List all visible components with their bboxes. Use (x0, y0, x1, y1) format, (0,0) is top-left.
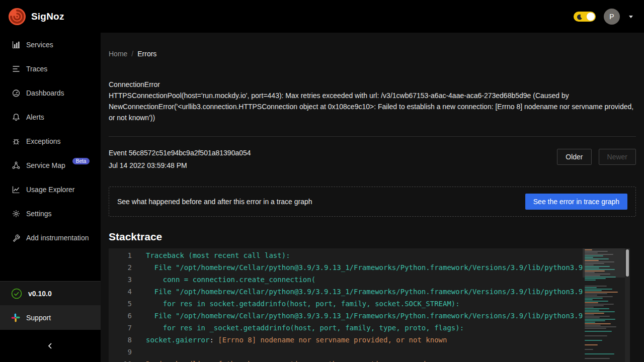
bell-icon (12, 113, 20, 121)
sidebar-item-label: Traces (26, 65, 47, 73)
line-number: 1 (109, 249, 140, 261)
event-nav-buttons: Older Newer (557, 149, 636, 165)
sidebar-item-traces[interactable]: Traces (0, 57, 101, 81)
sidebar-item-usage-explorer[interactable]: Usage Explorer (0, 177, 101, 202)
sidebar-item-label: Alerts (26, 113, 44, 121)
sidebar-item-exceptions[interactable]: Exceptions (0, 129, 101, 153)
stack-line: 2 File "/opt/homebrew/Cellar/python@3.9/… (109, 261, 630, 274)
sidebar-item-label: Settings (26, 210, 52, 218)
event-meta: Event 56c8572c51e94bc9a2f501a81390a054 J… (109, 149, 251, 170)
caret-down-icon[interactable] (628, 14, 634, 20)
gear-icon (12, 210, 20, 218)
stack-line: 10During handling of the above exception… (109, 358, 630, 362)
slack-icon (11, 313, 20, 322)
line-number: 2 (109, 261, 140, 274)
line-text: conn = connection.create_connection( (140, 274, 630, 286)
older-button[interactable]: Older (557, 149, 591, 165)
stack-line: 8socket.gaierror: [Errno 8] nodename nor… (109, 334, 630, 346)
event-row: Event 56c8572c51e94bc9a2f501a81390a054 J… (109, 149, 636, 170)
sidebar-collapse[interactable] (0, 330, 101, 362)
sidebar-item-label: Exceptions (26, 137, 60, 145)
stack-line: 3 conn = connection.create_connection( (109, 274, 630, 286)
see-error-in-trace-graph-button[interactable]: See the error in trace graph (525, 194, 627, 210)
error-message: HTTPSConnectionPool(host='run.mockdy.io'… (109, 90, 636, 123)
breadcrumb-home[interactable]: Home (109, 50, 127, 58)
main-content: Home/Errors ConnectionError HTTPSConnect… (101, 33, 644, 362)
event-timestamp: Jul 14 2022 03:59:48 PM (109, 161, 251, 170)
sidebar-item-label: Service Map (26, 161, 65, 169)
sidebar-item-alerts[interactable]: Alerts (0, 105, 101, 129)
stack-line: 9 (109, 346, 630, 358)
stacktrace-code-block: 1Traceback (most recent call last):2 Fil… (109, 248, 630, 362)
line-text: for res in _socket.getaddrinfo(host, por… (140, 322, 630, 334)
line-text: Traceback (most recent call last): (140, 249, 630, 261)
stacktrace-heading: Stacktrace (109, 231, 636, 243)
version-label: v0.10.0 (28, 290, 52, 298)
sidebar-item-label: Add instrumentation (26, 234, 89, 242)
header-right: P (574, 9, 634, 25)
breadcrumb-current: Errors (137, 50, 156, 58)
divider (109, 136, 636, 137)
stack-line: 6 File "/opt/homebrew/Cellar/python@3.9/… (109, 310, 630, 322)
code-scrollbar-thumb[interactable] (626, 249, 629, 277)
line-text: During handling of the above exception, … (140, 358, 630, 362)
event-id: Event 56c8572c51e94bc9a2f501a81390a054 (109, 149, 251, 157)
sidebar-nav: ServicesTracesDashboardsAlertsExceptions… (0, 33, 101, 250)
sidebar-item-settings[interactable]: Settings (0, 202, 101, 226)
line-number: 8 (109, 334, 140, 346)
trace-graph-banner: See what happened before and after this … (109, 187, 636, 217)
tool-icon (12, 234, 20, 242)
line-chart-icon (12, 186, 20, 194)
bar-chart-icon (12, 41, 20, 49)
stack-line: 1Traceback (most recent call last): (109, 249, 630, 261)
line-number: 10 (109, 358, 140, 362)
sidebar-item-support[interactable]: Support (0, 305, 101, 330)
code-lines: 1Traceback (most recent call last):2 Fil… (109, 248, 630, 362)
stack-line: 7 for res in _socket.getaddrinfo(host, p… (109, 322, 630, 334)
stack-line: 5 for res in socket.getaddrinfo(host, po… (109, 298, 630, 310)
sidebar-item-label: Services (26, 41, 53, 49)
sidebar-item-dashboards[interactable]: Dashboards (0, 81, 101, 105)
code-scrollbar[interactable] (625, 248, 630, 362)
sidebar-item-add-instrumentation[interactable]: Add instrumentation (0, 226, 101, 250)
line-number: 3 (109, 274, 140, 286)
sidebar-item-services[interactable]: Services (0, 33, 101, 57)
support-label: Support (26, 314, 51, 322)
sidebar-item-service-map[interactable]: Service MapBeta (0, 153, 101, 177)
newer-button[interactable]: Newer (599, 149, 636, 165)
breadcrumb-separator: / (127, 50, 137, 58)
line-number: 5 (109, 298, 140, 310)
signoz-logo (8, 8, 26, 26)
code-minimap[interactable] (583, 248, 625, 362)
sidebar: ServicesTracesDashboardsAlertsExceptions… (0, 33, 101, 362)
brand[interactable]: SigNoz (8, 8, 64, 26)
error-type: ConnectionError (109, 79, 636, 90)
sidebar-item-label: Usage Explorer (26, 186, 75, 194)
beta-badge: Beta (72, 158, 90, 164)
app-name: SigNoz (31, 11, 64, 22)
sidebar-item-label: Dashboards (26, 89, 64, 97)
trace-banner-text: See what happened before and after this … (117, 198, 312, 206)
check-circle-icon (11, 288, 22, 299)
toggle-knob (587, 13, 595, 21)
line-text: File "/opt/homebrew/Cellar/python@3.9/3.… (140, 286, 630, 298)
node-graph-icon (12, 161, 20, 169)
avatar-initial: P (609, 13, 614, 21)
avatar[interactable]: P (604, 9, 620, 25)
theme-toggle[interactable] (574, 12, 596, 22)
breadcrumb: Home/Errors (109, 50, 636, 58)
line-text: File "/opt/homebrew/Cellar/python@3.9/3.… (140, 310, 630, 322)
top-header: SigNoz P (0, 0, 644, 33)
bug-icon (12, 137, 20, 145)
line-number: 7 (109, 322, 140, 334)
line-text (140, 346, 630, 358)
line-number: 4 (109, 286, 140, 298)
version-row[interactable]: v0.10.0 (0, 281, 101, 305)
line-number: 6 (109, 310, 140, 322)
dashboard-icon (12, 89, 20, 97)
moon-icon (577, 14, 583, 22)
align-left-icon (12, 65, 20, 73)
line-text: for res in socket.getaddrinfo(host, port… (140, 298, 630, 310)
chevron-left-icon (47, 342, 54, 349)
line-text: socket.gaierror: [Errno 8] nodename nor … (140, 334, 630, 346)
